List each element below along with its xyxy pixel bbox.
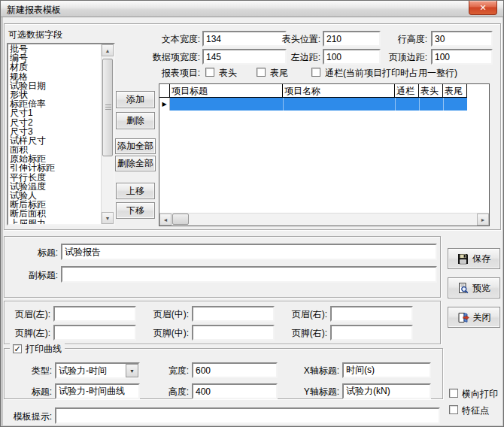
preview-magnifier-icon: [457, 283, 469, 294]
grid-column-header[interactable]: 项目名称: [283, 84, 395, 98]
close-icon: ✕: [479, 3, 486, 12]
report-item-label: 报表项目:: [140, 68, 200, 78]
footer-center-input[interactable]: [192, 325, 275, 341]
grid-column-header[interactable]: 表头: [419, 84, 443, 98]
field-list: 批号 编号 材质 规格 试验日期 形状 标距倍率 尺寸1 尺寸2 尺寸3 试样尺…: [10, 44, 101, 224]
window-title: 新建报表模板: [7, 4, 61, 17]
grid-cell-divider: [283, 98, 284, 111]
print-curve-legend: ✓ 打印曲线: [10, 344, 65, 354]
report-title-input[interactable]: [61, 244, 437, 260]
grid-column-header[interactable]: 表尾: [443, 84, 467, 98]
footer-left-label: 页脚(左):: [5, 328, 50, 338]
close-button[interactable]: ✕: [469, 1, 497, 15]
curve-type-label: 类型:: [20, 365, 52, 376]
add-all-button[interactable]: 添加全部: [115, 138, 156, 154]
preview-button[interactable]: 预览: [448, 277, 500, 298]
scroll-up-icon[interactable]: ▲: [102, 44, 114, 56]
floppy-disk-icon: [457, 253, 469, 265]
landscape-print-label: 横向打印: [462, 389, 498, 399]
fullrow-checkbox[interactable]: [311, 68, 320, 77]
header-right-input[interactable]: [330, 306, 413, 322]
exit-door-icon: [457, 312, 469, 323]
list-item[interactable]: 规格: [10, 72, 101, 81]
grid-header-row: 项目标题 项目名称 通栏 表头 表尾: [159, 84, 467, 98]
scrollbar-thumb[interactable]: [172, 214, 189, 225]
curve-height-input[interactable]: [192, 383, 278, 399]
fullrow-checkbox-label: 通栏(当前项目打印时占用一整行): [325, 68, 457, 78]
save-button-label: 保存: [472, 253, 490, 265]
header-pos-input[interactable]: [323, 31, 381, 47]
row-height-input[interactable]: [431, 31, 493, 47]
scrollbar-thumb[interactable]: [102, 59, 113, 156]
grid-selected-row[interactable]: ▶: [159, 98, 467, 111]
curve-type-value: 试验力-时间: [59, 365, 107, 377]
remove-button-label: 删除: [126, 114, 144, 127]
close-dialog-button[interactable]: 关闭: [448, 307, 500, 328]
curve-title-label: 标题:: [20, 386, 52, 397]
list-item[interactable]: 上屈服力: [10, 219, 101, 224]
curve-width-label: 宽度:: [156, 365, 189, 376]
curve-width-input[interactable]: [192, 362, 278, 378]
report-items-grid[interactable]: 项目标题 项目名称 通栏 表头 表尾 ▶ ◄ ►: [159, 83, 490, 226]
curve-height-label: 高度:: [156, 386, 189, 397]
move-up-button[interactable]: 上移: [116, 183, 155, 199]
footer-right-input[interactable]: [330, 325, 413, 341]
feature-points-checkbox[interactable]: [449, 405, 458, 414]
save-button[interactable]: 保存: [448, 248, 500, 269]
data-item-width-label: 数据项宽度:: [130, 52, 200, 62]
curve-title-input[interactable]: [55, 383, 140, 399]
grid-horizontal-scrollbar[interactable]: ◄ ►: [159, 213, 489, 226]
curve-type-select[interactable]: 试验力-时间 ▼: [55, 362, 140, 379]
header-checkbox-label: 表头: [219, 68, 237, 78]
header-left-input[interactable]: [53, 306, 136, 322]
scroll-right-icon[interactable]: ►: [477, 214, 489, 226]
left-margin-input[interactable]: [323, 49, 381, 65]
grid-cell-divider: [395, 98, 396, 111]
remove-all-button[interactable]: 删除全部: [115, 156, 156, 171]
scroll-down-icon[interactable]: ▼: [102, 212, 114, 224]
fields-panel-label: 可选数据字段: [8, 29, 62, 40]
close-dialog-button-label: 关闭: [473, 311, 491, 324]
page-top-margin-input[interactable]: [431, 49, 493, 65]
add-all-button-label: 添加全部: [117, 140, 153, 153]
dialog-new-report-template: 新建报表模板 ✕ 可选数据字段 批号 编号 材质 规格 试验日期 形状 标距倍率…: [0, 0, 504, 427]
report-subtitle-input[interactable]: [61, 266, 437, 283]
footer-left-input[interactable]: [53, 325, 136, 341]
list-item[interactable]: 断后面积: [10, 209, 101, 218]
title-bar[interactable]: 新建报表模板 ✕: [1, 1, 503, 17]
print-curve-checkbox[interactable]: ✓: [13, 344, 22, 353]
list-item[interactable]: 引伸计标距: [10, 163, 101, 172]
template-hint-label: 模板提示:: [7, 411, 52, 422]
row-marker-icon: ▶: [159, 98, 170, 111]
remove-button[interactable]: 删除: [116, 112, 155, 129]
template-hint-input[interactable]: [55, 407, 440, 424]
remove-all-button-label: 删除全部: [117, 157, 153, 170]
chevron-down-icon[interactable]: ▼: [126, 364, 138, 377]
move-up-button-label: 上移: [126, 185, 144, 198]
selected-row-highlight[interactable]: [170, 98, 467, 111]
move-down-button-label: 下移: [126, 204, 144, 217]
header-center-label: 页眉(中):: [144, 309, 189, 319]
scroll-left-icon[interactable]: ◄: [159, 214, 172, 226]
footer-center-label: 页脚(中):: [144, 328, 189, 338]
list-item[interactable]: 尺寸1: [10, 108, 101, 117]
available-fields-listbox[interactable]: 批号 编号 材质 规格 试验日期 形状 标距倍率 尺寸1 尺寸2 尺寸3 试样尺…: [7, 43, 115, 226]
list-item[interactable]: 尺寸2: [10, 118, 101, 127]
add-button[interactable]: 添加: [116, 91, 155, 108]
grid-column-header[interactable]: 项目标题: [170, 84, 283, 98]
list-item[interactable]: 材质: [10, 62, 101, 71]
footer-checkbox-label: 表尾: [270, 68, 288, 78]
text-width-label: 文本宽度:: [140, 34, 200, 44]
grid-column-header[interactable]: 通栏: [395, 84, 419, 98]
y-axis-title-input[interactable]: [342, 383, 431, 399]
footer-checkbox[interactable]: [257, 68, 266, 77]
header-center-input[interactable]: [192, 306, 275, 322]
x-axis-title-input[interactable]: [342, 362, 431, 378]
header-pos-label: 表头位置:: [262, 34, 320, 44]
list-item[interactable]: 平行长度: [10, 173, 101, 182]
header-checkbox[interactable]: [205, 68, 214, 77]
landscape-print-checkbox[interactable]: [449, 389, 458, 398]
move-down-button[interactable]: 下移: [116, 202, 155, 219]
list-vertical-scrollbar[interactable]: ▲ ▼: [101, 44, 114, 224]
report-subtitle-label: 副标题:: [14, 270, 58, 280]
